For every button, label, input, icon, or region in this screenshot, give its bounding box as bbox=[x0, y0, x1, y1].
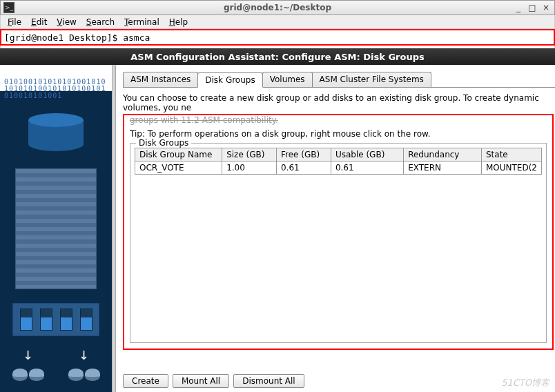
terminal-menubar: File Edit View Search Terminal Help bbox=[0, 15, 555, 29]
main-panel: ASM Instances Disk Groups Volumes ASM Cl… bbox=[116, 65, 555, 392]
table-row[interactable]: OCR_VOTE 1.00 0.61 0.61 EXTERN MOUNTED(2 bbox=[135, 161, 542, 175]
highlighted-area: groups with 11.2 ASM compatibility. Tip:… bbox=[123, 114, 554, 350]
cell-redundancy: EXTERN bbox=[404, 161, 482, 175]
cell-free: 0.61 bbox=[277, 161, 331, 175]
table-header-row: Disk Group Name Size (GB) Free (GB) Usab… bbox=[135, 148, 542, 161]
sidebar-illustration: 0101001010101010010101010101001010101001… bbox=[0, 65, 112, 392]
storage-unit-icon bbox=[12, 303, 99, 336]
menu-help[interactable]: Help bbox=[165, 17, 192, 28]
create-button[interactable]: Create bbox=[123, 374, 168, 388]
mount-all-button[interactable]: Mount All bbox=[173, 374, 229, 388]
database-icon bbox=[28, 113, 84, 155]
instructions-line: You can choose to create a new disk grou… bbox=[123, 93, 552, 112]
terminal-prompt-text: [grid@node1 Desktop]$ asmca bbox=[4, 32, 150, 43]
window-maximize-icon[interactable]: □ bbox=[527, 3, 538, 12]
cell-size: 1.00 bbox=[222, 161, 277, 175]
server-rack-icon bbox=[15, 168, 97, 289]
button-row: Create Mount All Dismount All bbox=[123, 374, 304, 388]
arrow-down-icon: ↓↓ bbox=[0, 341, 112, 369]
asm-window-title: ASM Configuration Assistant: Configure A… bbox=[130, 52, 425, 62]
terminal-command-line[interactable]: [grid@node1 Desktop]$ asmca bbox=[0, 29, 555, 46]
col-state[interactable]: State bbox=[481, 148, 541, 161]
col-usable[interactable]: Usable (GB) bbox=[331, 148, 403, 161]
fieldset-legend: Disk Groups bbox=[136, 138, 191, 148]
dismount-all-button[interactable]: Dismount All bbox=[233, 374, 304, 388]
asm-tabs: ASM Instances Disk Groups Volumes ASM Cl… bbox=[123, 72, 555, 88]
terminal-title: grid@node1:~/Desktop bbox=[1, 3, 554, 12]
watermark: 51CTO博客 bbox=[501, 377, 549, 389]
window-minimize-icon[interactable]: _ bbox=[513, 3, 524, 12]
tab-asm-cluster-fs[interactable]: ASM Cluster File Systems bbox=[312, 72, 431, 87]
asm-window-titlebar: ASM Configuration Assistant: Configure A… bbox=[0, 48, 555, 65]
col-name[interactable]: Disk Group Name bbox=[135, 148, 222, 161]
window-close-icon[interactable]: × bbox=[541, 3, 552, 12]
col-redundancy[interactable]: Redundancy bbox=[404, 148, 482, 161]
menu-view[interactable]: View bbox=[52, 17, 80, 28]
instructions-cutoff: groups with 11.2 ASM compatibility. bbox=[130, 115, 278, 125]
tab-asm-instances[interactable]: ASM Instances bbox=[123, 72, 198, 87]
menu-search[interactable]: Search bbox=[82, 17, 119, 28]
col-free[interactable]: Free (GB) bbox=[277, 148, 331, 161]
menu-terminal[interactable]: Terminal bbox=[120, 17, 164, 28]
disk-groups-fieldset: Disk Groups Disk Group Name Size (GB) Fr… bbox=[130, 143, 547, 343]
disk-groups-table[interactable]: Disk Group Name Size (GB) Free (GB) Usab… bbox=[135, 148, 542, 175]
tip-text: Tip: To perform operations on a disk gro… bbox=[130, 129, 547, 139]
disk-array-icon bbox=[0, 369, 112, 381]
tab-volumes[interactable]: Volumes bbox=[262, 72, 313, 87]
menu-edit[interactable]: Edit bbox=[27, 17, 51, 28]
menu-file[interactable]: File bbox=[3, 17, 26, 28]
col-size[interactable]: Size (GB) bbox=[222, 148, 277, 161]
terminal-titlebar: >_ grid@node1:~/Desktop _ □ × bbox=[0, 0, 555, 15]
tab-disk-groups[interactable]: Disk Groups bbox=[197, 72, 262, 88]
cell-state: MOUNTED(2 bbox=[481, 161, 541, 175]
cell-name: OCR_VOTE bbox=[135, 161, 222, 175]
cell-usable: 0.61 bbox=[331, 161, 403, 175]
asm-window-body: 0101001010101010010101010101001010101001… bbox=[0, 65, 555, 392]
